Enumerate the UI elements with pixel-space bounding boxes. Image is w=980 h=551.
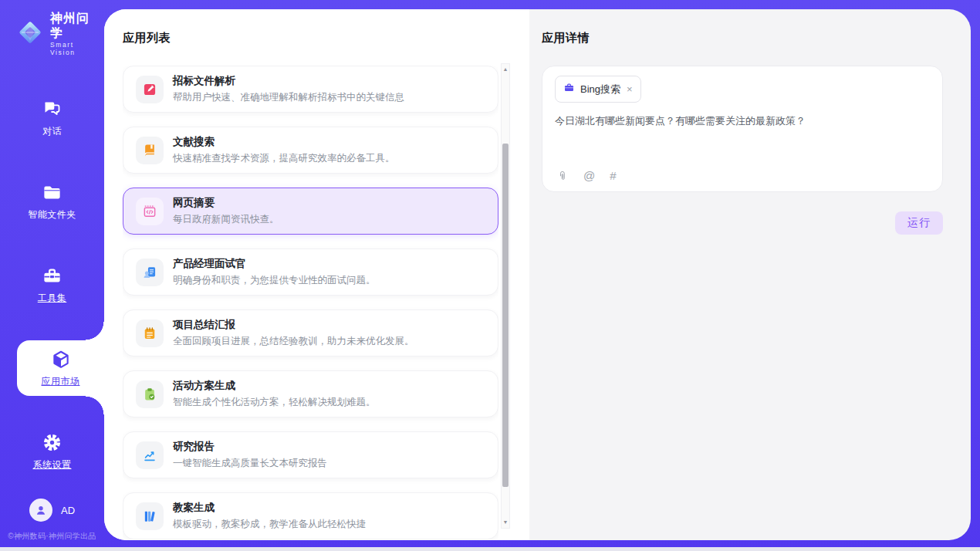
sidebar-item-settings[interactable]: 系统设置 xyxy=(0,424,104,479)
app-name: 项目总结汇报 xyxy=(173,318,414,332)
app-card-project-summary[interactable]: 项目总结汇报 全面回顾项目进展，总结经验教训，助力未来优化发展。 xyxy=(123,309,498,357)
books-icon xyxy=(136,502,164,530)
interviewer-icon xyxy=(136,259,164,286)
tool-tag-bing-search[interactable]: Bing搜索 × xyxy=(555,76,641,103)
app-desc: 快速精准查找学术资源，提高研究效率的必备工具。 xyxy=(173,152,395,165)
app-name: 文献搜索 xyxy=(173,135,395,149)
tool-tag-label: Bing搜索 xyxy=(580,83,620,96)
app-name: 活动方案生成 xyxy=(173,379,376,393)
app-list-scrollbar[interactable]: ▲ ▼ xyxy=(501,63,510,529)
book-icon xyxy=(136,137,164,164)
user-account[interactable]: AD xyxy=(0,499,104,522)
sidebar-item-label: 智能文件夹 xyxy=(28,208,76,221)
brand-name: 神州问学 xyxy=(50,11,96,40)
app-card-web-summary[interactable]: 网页摘要 每日政府新闻资讯快查。 xyxy=(123,188,498,235)
app-desc: 帮助用户快速、准确地理解和解析招标书中的关键信息 xyxy=(173,91,404,104)
input-toolbar: @ # xyxy=(556,169,617,182)
sidebar: 神州问学 Smart Vision 对话 智能文件夹 xyxy=(0,0,104,551)
scrollbar-thumb[interactable] xyxy=(502,144,509,487)
brand-logo: 神州问学 Smart Vision xyxy=(0,0,104,56)
chat-icon xyxy=(42,99,63,120)
report-icon xyxy=(136,441,164,469)
sidebar-item-app-market[interactable]: 应用市场 xyxy=(17,340,104,396)
brand-tagline: Smart Vision xyxy=(50,41,96,56)
app-name: 招标文件解析 xyxy=(173,74,404,88)
notepad-icon xyxy=(136,319,164,347)
app-card-event-plan[interactable]: 活动方案生成 智能生成个性化活动方案，轻松解决规划难题。 xyxy=(123,370,498,417)
browser-code-icon xyxy=(136,198,164,225)
gear-icon xyxy=(42,432,63,454)
sidebar-item-smart-folders[interactable]: 智能文件夹 xyxy=(0,174,104,229)
app-desc: 明确身份和职责，为您提供专业性的面试问题。 xyxy=(173,274,376,287)
app-name: 产品经理面试官 xyxy=(173,257,376,271)
scroll-down-icon[interactable]: ▼ xyxy=(502,517,509,528)
run-row: 运行 xyxy=(542,211,943,235)
sidebar-nav: 对话 智能文件夹 工具集 xyxy=(0,90,104,479)
app-card-bid-doc-parse[interactable]: 招标文件解析 帮助用户快速、准确地理解和解析招标书中的关键信息 xyxy=(123,66,498,113)
toolbox-icon xyxy=(42,265,63,287)
app-name: 研究报告 xyxy=(173,440,327,454)
app-list-title: 应用列表 xyxy=(123,31,529,46)
app-card-literature-search[interactable]: 文献搜索 快速精准查找学术资源，提高研究效率的必备工具。 xyxy=(123,127,498,174)
doc-edit-icon xyxy=(136,76,164,103)
sidebar-item-label: 应用市场 xyxy=(42,375,80,388)
app-desc: 一键智能生成高质量长文本研究报告 xyxy=(173,457,327,470)
briefcase-icon xyxy=(563,82,575,96)
close-icon[interactable]: × xyxy=(627,84,633,94)
app-card-pm-interviewer[interactable]: 产品经理面试官 明确身份和职责，为您提供专业性的面试问题。 xyxy=(123,248,498,296)
app-desc: 模板驱动，教案秒成，教学准备从此轻松快捷 xyxy=(173,518,366,531)
query-input-card[interactable]: Bing搜索 × 今日湖北有哪些新闻要点？有哪些需要关注的最新政策？ @ # xyxy=(542,66,943,192)
app-card-lesson-plan[interactable]: 教案生成 模板驱动，教案秒成，教学准备从此轻松快捷 xyxy=(123,492,498,539)
app-name: 教案生成 xyxy=(173,501,366,515)
sidebar-item-label: 对话 xyxy=(42,125,62,138)
content-area: 应用列表 招标文件解析 帮助用户快速、准确地理解和解析招标书中的关键信息 xyxy=(104,9,971,540)
app-desc: 智能生成个性化活动方案，轻松解决规划难题。 xyxy=(173,396,376,409)
avatar xyxy=(29,499,52,522)
mention-icon[interactable]: @ xyxy=(583,169,595,182)
app-card-list: 招标文件解析 帮助用户快速、准确地理解和解析招标书中的关键信息 文献搜索 快速精… xyxy=(123,66,498,539)
query-text[interactable]: 今日湖北有哪些新闻要点？有哪些需要关注的最新政策？ xyxy=(555,113,930,129)
hash-icon[interactable]: # xyxy=(610,169,616,182)
sidebar-item-label: 工具集 xyxy=(38,292,67,305)
bottom-strip xyxy=(0,547,980,551)
app-card-research-report[interactable]: 研究报告 一键智能生成高质量长文本研究报告 xyxy=(123,431,498,478)
attachment-icon[interactable] xyxy=(556,170,569,182)
folder-icon xyxy=(42,182,63,204)
clipboard-check-icon xyxy=(136,380,164,408)
sidebar-item-chat[interactable]: 对话 xyxy=(0,90,104,146)
app-desc: 全面回顾项目进展，总结经验教训，助力未来优化发展。 xyxy=(173,335,414,348)
app-name: 网页摘要 xyxy=(173,196,279,210)
scroll-up-icon[interactable]: ▲ xyxy=(502,64,509,75)
app-list-panel: 应用列表 招标文件解析 帮助用户快速、准确地理解和解析招标书中的关键信息 xyxy=(104,9,529,540)
sidebar-item-toolset[interactable]: 工具集 xyxy=(0,257,104,313)
run-button[interactable]: 运行 xyxy=(895,211,943,235)
app-desc: 每日政府新闻资讯快查。 xyxy=(173,213,279,226)
user-initials: AD xyxy=(61,505,75,516)
sidebar-item-label: 系统设置 xyxy=(33,458,72,472)
cube-icon xyxy=(50,349,72,370)
app-detail-title: 应用详情 xyxy=(542,31,943,46)
brand-diamond-icon xyxy=(15,18,45,50)
copyright-text: ©神州数码·神州问学出品 xyxy=(0,531,104,542)
app-detail-panel: 应用详情 Bing搜索 × 今日湖北有哪些新闻要点？有哪些需要关注的最新政策？ xyxy=(529,9,971,540)
